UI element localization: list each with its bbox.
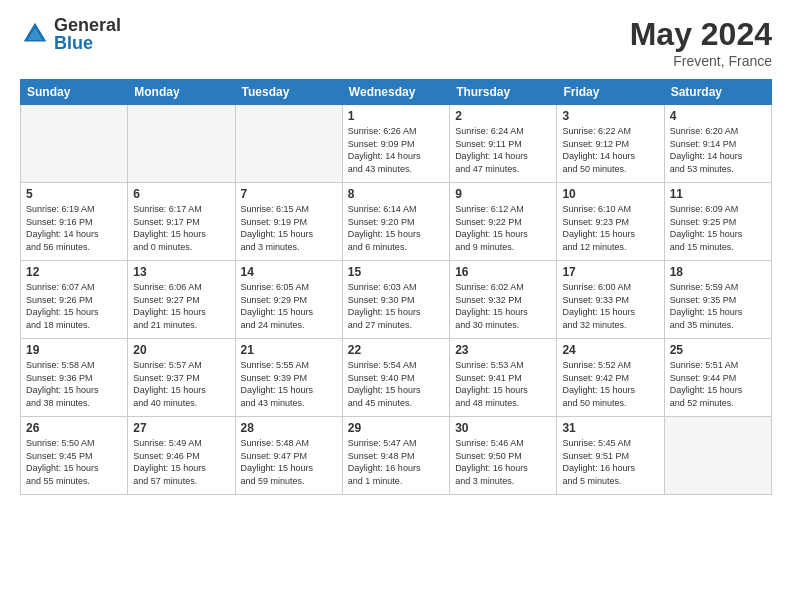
col-monday: Monday: [128, 80, 235, 105]
location: Frevent, France: [630, 53, 772, 69]
cell-info: Sunrise: 6:19 AM Sunset: 9:16 PM Dayligh…: [26, 203, 122, 253]
logo: General Blue: [20, 16, 121, 52]
cell-info: Sunrise: 6:24 AM Sunset: 9:11 PM Dayligh…: [455, 125, 551, 175]
calendar-cell: 15Sunrise: 6:03 AM Sunset: 9:30 PM Dayli…: [342, 261, 449, 339]
col-thursday: Thursday: [450, 80, 557, 105]
day-number: 27: [133, 421, 229, 435]
calendar-cell: 30Sunrise: 5:46 AM Sunset: 9:50 PM Dayli…: [450, 417, 557, 495]
calendar-cell: 26Sunrise: 5:50 AM Sunset: 9:45 PM Dayli…: [21, 417, 128, 495]
cell-info: Sunrise: 5:59 AM Sunset: 9:35 PM Dayligh…: [670, 281, 766, 331]
day-number: 5: [26, 187, 122, 201]
calendar-cell: 9Sunrise: 6:12 AM Sunset: 9:22 PM Daylig…: [450, 183, 557, 261]
cell-info: Sunrise: 6:09 AM Sunset: 9:25 PM Dayligh…: [670, 203, 766, 253]
calendar-cell: 14Sunrise: 6:05 AM Sunset: 9:29 PM Dayli…: [235, 261, 342, 339]
calendar-cell: 25Sunrise: 5:51 AM Sunset: 9:44 PM Dayli…: [664, 339, 771, 417]
cell-info: Sunrise: 6:22 AM Sunset: 9:12 PM Dayligh…: [562, 125, 658, 175]
calendar-cell: 19Sunrise: 5:58 AM Sunset: 9:36 PM Dayli…: [21, 339, 128, 417]
week-row-0: 1Sunrise: 6:26 AM Sunset: 9:09 PM Daylig…: [21, 105, 772, 183]
calendar-cell: 31Sunrise: 5:45 AM Sunset: 9:51 PM Dayli…: [557, 417, 664, 495]
day-number: 23: [455, 343, 551, 357]
cell-info: Sunrise: 5:45 AM Sunset: 9:51 PM Dayligh…: [562, 437, 658, 487]
cell-info: Sunrise: 5:54 AM Sunset: 9:40 PM Dayligh…: [348, 359, 444, 409]
cell-info: Sunrise: 5:46 AM Sunset: 9:50 PM Dayligh…: [455, 437, 551, 487]
day-number: 13: [133, 265, 229, 279]
day-number: 19: [26, 343, 122, 357]
cell-info: Sunrise: 5:55 AM Sunset: 9:39 PM Dayligh…: [241, 359, 337, 409]
day-number: 25: [670, 343, 766, 357]
cell-info: Sunrise: 6:14 AM Sunset: 9:20 PM Dayligh…: [348, 203, 444, 253]
day-number: 18: [670, 265, 766, 279]
calendar-cell: [21, 105, 128, 183]
day-number: 8: [348, 187, 444, 201]
month-year: May 2024: [630, 16, 772, 53]
day-number: 12: [26, 265, 122, 279]
calendar-cell: [128, 105, 235, 183]
day-number: 7: [241, 187, 337, 201]
day-number: 24: [562, 343, 658, 357]
day-number: 21: [241, 343, 337, 357]
day-number: 31: [562, 421, 658, 435]
calendar-cell: 18Sunrise: 5:59 AM Sunset: 9:35 PM Dayli…: [664, 261, 771, 339]
day-number: 29: [348, 421, 444, 435]
cell-info: Sunrise: 5:50 AM Sunset: 9:45 PM Dayligh…: [26, 437, 122, 487]
page: General Blue May 2024 Frevent, France Su…: [0, 0, 792, 612]
cell-info: Sunrise: 5:48 AM Sunset: 9:47 PM Dayligh…: [241, 437, 337, 487]
col-sunday: Sunday: [21, 80, 128, 105]
calendar-cell: 20Sunrise: 5:57 AM Sunset: 9:37 PM Dayli…: [128, 339, 235, 417]
calendar-cell: 27Sunrise: 5:49 AM Sunset: 9:46 PM Dayli…: [128, 417, 235, 495]
day-number: 3: [562, 109, 658, 123]
header-row: Sunday Monday Tuesday Wednesday Thursday…: [21, 80, 772, 105]
logo-text: General Blue: [54, 16, 121, 52]
day-number: 14: [241, 265, 337, 279]
calendar-cell: 17Sunrise: 6:00 AM Sunset: 9:33 PM Dayli…: [557, 261, 664, 339]
day-number: 28: [241, 421, 337, 435]
calendar-cell: [235, 105, 342, 183]
calendar-body: 1Sunrise: 6:26 AM Sunset: 9:09 PM Daylig…: [21, 105, 772, 495]
cell-info: Sunrise: 6:02 AM Sunset: 9:32 PM Dayligh…: [455, 281, 551, 331]
day-number: 1: [348, 109, 444, 123]
calendar-cell: 3Sunrise: 6:22 AM Sunset: 9:12 PM Daylig…: [557, 105, 664, 183]
cell-info: Sunrise: 5:49 AM Sunset: 9:46 PM Dayligh…: [133, 437, 229, 487]
cell-info: Sunrise: 5:52 AM Sunset: 9:42 PM Dayligh…: [562, 359, 658, 409]
calendar-cell: 22Sunrise: 5:54 AM Sunset: 9:40 PM Dayli…: [342, 339, 449, 417]
calendar-cell: 10Sunrise: 6:10 AM Sunset: 9:23 PM Dayli…: [557, 183, 664, 261]
day-number: 6: [133, 187, 229, 201]
calendar-cell: 1Sunrise: 6:26 AM Sunset: 9:09 PM Daylig…: [342, 105, 449, 183]
calendar-cell: 6Sunrise: 6:17 AM Sunset: 9:17 PM Daylig…: [128, 183, 235, 261]
calendar-cell: 28Sunrise: 5:48 AM Sunset: 9:47 PM Dayli…: [235, 417, 342, 495]
logo-blue: Blue: [54, 34, 121, 52]
day-number: 22: [348, 343, 444, 357]
week-row-3: 19Sunrise: 5:58 AM Sunset: 9:36 PM Dayli…: [21, 339, 772, 417]
calendar-cell: 23Sunrise: 5:53 AM Sunset: 9:41 PM Dayli…: [450, 339, 557, 417]
col-friday: Friday: [557, 80, 664, 105]
day-number: 17: [562, 265, 658, 279]
cell-info: Sunrise: 6:06 AM Sunset: 9:27 PM Dayligh…: [133, 281, 229, 331]
day-number: 10: [562, 187, 658, 201]
week-row-2: 12Sunrise: 6:07 AM Sunset: 9:26 PM Dayli…: [21, 261, 772, 339]
calendar-cell: [664, 417, 771, 495]
cell-info: Sunrise: 6:26 AM Sunset: 9:09 PM Dayligh…: [348, 125, 444, 175]
cell-info: Sunrise: 6:20 AM Sunset: 9:14 PM Dayligh…: [670, 125, 766, 175]
cell-info: Sunrise: 6:12 AM Sunset: 9:22 PM Dayligh…: [455, 203, 551, 253]
cell-info: Sunrise: 5:57 AM Sunset: 9:37 PM Dayligh…: [133, 359, 229, 409]
calendar-cell: 7Sunrise: 6:15 AM Sunset: 9:19 PM Daylig…: [235, 183, 342, 261]
calendar-cell: 21Sunrise: 5:55 AM Sunset: 9:39 PM Dayli…: [235, 339, 342, 417]
day-number: 15: [348, 265, 444, 279]
calendar-cell: 5Sunrise: 6:19 AM Sunset: 9:16 PM Daylig…: [21, 183, 128, 261]
calendar-cell: 29Sunrise: 5:47 AM Sunset: 9:48 PM Dayli…: [342, 417, 449, 495]
calendar-cell: 12Sunrise: 6:07 AM Sunset: 9:26 PM Dayli…: [21, 261, 128, 339]
calendar-cell: 4Sunrise: 6:20 AM Sunset: 9:14 PM Daylig…: [664, 105, 771, 183]
logo-general: General: [54, 16, 121, 34]
day-number: 9: [455, 187, 551, 201]
calendar-cell: 8Sunrise: 6:14 AM Sunset: 9:20 PM Daylig…: [342, 183, 449, 261]
cell-info: Sunrise: 6:00 AM Sunset: 9:33 PM Dayligh…: [562, 281, 658, 331]
calendar-cell: 11Sunrise: 6:09 AM Sunset: 9:25 PM Dayli…: [664, 183, 771, 261]
cell-info: Sunrise: 5:58 AM Sunset: 9:36 PM Dayligh…: [26, 359, 122, 409]
day-number: 2: [455, 109, 551, 123]
calendar-cell: 13Sunrise: 6:06 AM Sunset: 9:27 PM Dayli…: [128, 261, 235, 339]
header: General Blue May 2024 Frevent, France: [20, 16, 772, 69]
calendar-cell: 2Sunrise: 6:24 AM Sunset: 9:11 PM Daylig…: [450, 105, 557, 183]
day-number: 11: [670, 187, 766, 201]
day-number: 16: [455, 265, 551, 279]
cell-info: Sunrise: 5:51 AM Sunset: 9:44 PM Dayligh…: [670, 359, 766, 409]
